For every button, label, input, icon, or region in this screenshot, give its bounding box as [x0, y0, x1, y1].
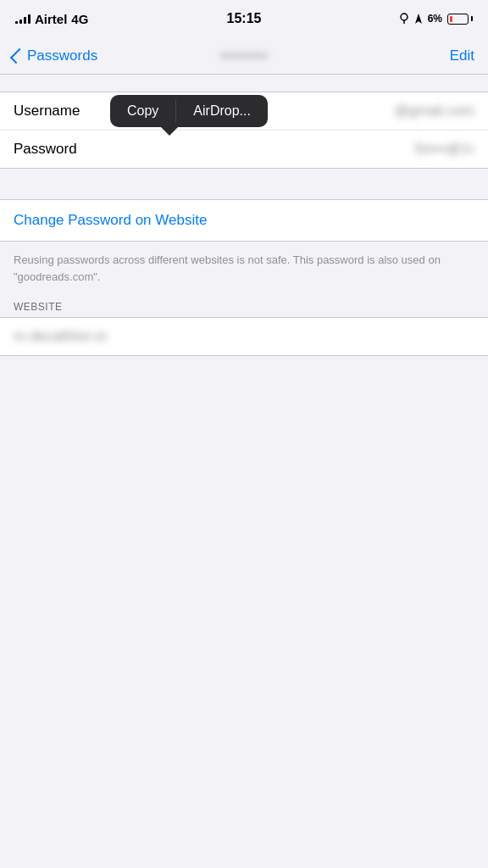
context-menu-popup: Copy AirDrop... [110, 95, 268, 127]
website-label-section: WEBSITE [0, 292, 488, 317]
website-value: m.decathlon.in [14, 328, 108, 344]
battery-icon [447, 14, 473, 25]
signal-icon [15, 14, 30, 24]
nav-title: •••••••••• [220, 48, 268, 64]
credentials-section: Username @gmail.com Copy AirDrop... Pass… [0, 92, 488, 169]
website-value-section[interactable]: m.decathlon.in [0, 317, 488, 356]
nav-arrow-icon [414, 13, 423, 25]
chevron-left-icon [10, 47, 25, 63]
password-value: Sri•••@1• [112, 141, 474, 158]
password-row[interactable]: Password Sri•••@1• [0, 130, 488, 168]
bottom-spacer [0, 356, 488, 695]
username-row[interactable]: Username @gmail.com Copy AirDrop... [0, 92, 488, 130]
status-time: 15:15 [227, 11, 262, 26]
change-password-section: Change Password on Website [0, 199, 488, 242]
content-area: Username @gmail.com Copy AirDrop... Pass… [0, 75, 488, 356]
network-type: 4G [71, 12, 88, 26]
status-bar: Airtel 4G 15:15 6% [0, 0, 488, 37]
change-password-link[interactable]: Change Password on Website [14, 212, 207, 228]
location-icon [399, 13, 409, 25]
popup-bubble: Copy AirDrop... [110, 95, 268, 127]
airdrop-button[interactable]: AirDrop... [176, 95, 268, 127]
carrier-info: Airtel 4G [15, 12, 88, 26]
edit-button[interactable]: Edit [450, 47, 474, 64]
copy-button[interactable]: Copy [110, 95, 175, 127]
spacer-1 [0, 169, 488, 199]
warning-text: Reusing passwords across different websi… [14, 253, 441, 283]
warning-section: Reusing passwords across different websi… [0, 242, 488, 292]
back-label: Passwords [27, 47, 97, 64]
back-button[interactable]: Passwords [14, 47, 97, 64]
battery-percent: 6% [428, 13, 442, 25]
popup-arrow [161, 127, 178, 136]
nav-bar: Passwords •••••••••• Edit [0, 37, 488, 75]
svg-point-0 [401, 14, 408, 20]
password-label: Password [14, 141, 98, 158]
carrier-name: Airtel [35, 12, 67, 26]
username-label: Username [14, 103, 98, 120]
status-right-icons: 6% [399, 13, 473, 25]
website-section-label: WEBSITE [14, 301, 63, 313]
